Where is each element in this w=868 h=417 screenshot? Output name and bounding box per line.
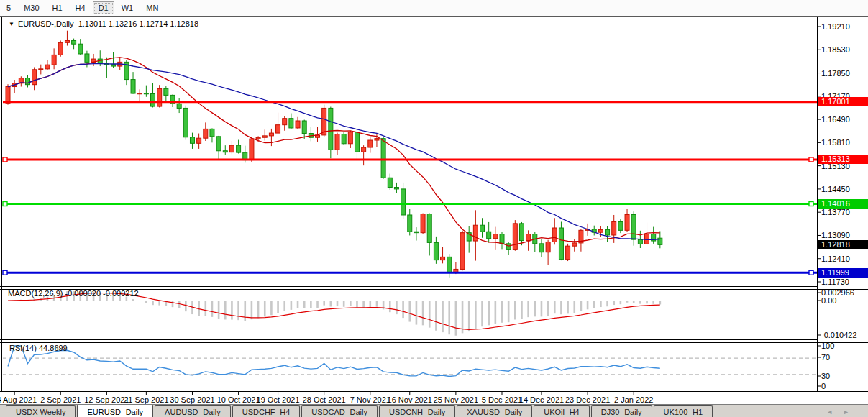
candle[interactable]	[447, 257, 452, 272]
candle[interactable]	[645, 234, 649, 244]
candle[interactable]	[552, 228, 557, 242]
candle[interactable]	[256, 137, 260, 139]
candle[interactable]	[72, 40, 76, 44]
candle[interactable]	[388, 178, 392, 187]
candle[interactable]	[342, 134, 346, 143]
tab-eurusd-daily[interactable]: EURUSD- Daily	[77, 405, 153, 417]
candle[interactable]	[618, 221, 623, 230]
candle[interactable]	[151, 93, 155, 106]
candle[interactable]	[526, 234, 531, 241]
candle[interactable]	[204, 129, 208, 138]
line-handle[interactable]	[809, 157, 813, 162]
candle[interactable]	[250, 139, 254, 160]
macd-histogram-bar	[593, 301, 595, 308]
candle[interactable]	[39, 69, 43, 70]
candle[interactable]	[216, 137, 221, 151]
candle[interactable]	[289, 119, 293, 128]
candle[interactable]	[427, 214, 431, 243]
candle[interactable]	[513, 224, 517, 250]
tab-uk100-h1[interactable]: UK100- H1	[654, 405, 713, 417]
candle[interactable]	[506, 244, 511, 250]
tab-usdchf-h4[interactable]: USDCHF- H4	[232, 405, 301, 417]
tab-scroll-right-icon[interactable]: ►	[843, 408, 859, 416]
candle[interactable]	[638, 239, 642, 244]
candle[interactable]	[190, 137, 194, 144]
candle[interactable]	[559, 228, 563, 260]
candle[interactable]	[631, 215, 636, 240]
tab-xauusd-daily[interactable]: XAUUSD- Daily	[457, 405, 532, 417]
candle[interactable]	[164, 88, 168, 95]
candle[interactable]	[625, 215, 629, 231]
candle[interactable]	[131, 80, 135, 93]
candle[interactable]	[401, 189, 406, 215]
candle[interactable]	[473, 225, 478, 241]
candle[interactable]	[177, 104, 181, 108]
candle[interactable]	[329, 108, 333, 150]
candle[interactable]	[58, 42, 63, 55]
candle[interactable]	[612, 221, 616, 235]
candle[interactable]	[111, 65, 116, 66]
candle[interactable]	[296, 121, 300, 128]
tab-usdx-weekly[interactable]: USDX Weekly	[6, 405, 76, 417]
tab-audusd-daily[interactable]: AUDUSD- Daily	[155, 405, 231, 417]
candle[interactable]	[210, 129, 214, 136]
candle[interactable]	[85, 54, 89, 62]
candle[interactable]	[408, 215, 412, 232]
candle[interactable]	[157, 88, 162, 106]
candle[interactable]	[144, 93, 148, 94]
candle[interactable]	[598, 229, 603, 232]
candle[interactable]	[381, 139, 385, 178]
candle[interactable]	[335, 134, 339, 150]
line-handle[interactable]	[3, 157, 7, 162]
candle[interactable]	[394, 188, 398, 189]
candle[interactable]	[362, 147, 366, 152]
candle[interactable]	[519, 224, 524, 241]
candle[interactable]	[606, 229, 610, 235]
candle[interactable]	[441, 257, 445, 260]
candle[interactable]	[566, 246, 570, 260]
tab-usdcnh-daily[interactable]: USDCNH- Daily	[379, 405, 455, 417]
candle[interactable]	[262, 136, 267, 137]
candle[interactable]	[434, 242, 438, 260]
candle[interactable]	[480, 225, 485, 232]
candle[interactable]	[460, 233, 465, 270]
candle[interactable]	[237, 145, 241, 152]
candle[interactable]	[183, 108, 188, 137]
candle[interactable]	[6, 87, 10, 104]
tab-scroll-left-icon[interactable]: ◄	[826, 408, 843, 416]
candle[interactable]	[348, 132, 352, 144]
candle[interactable]	[52, 55, 56, 65]
candle[interactable]	[269, 133, 273, 136]
tab-dj30-daily[interactable]: DJ30- Daily	[591, 405, 652, 417]
candle[interactable]	[276, 125, 280, 133]
candle[interactable]	[302, 121, 306, 134]
tab-ukoil-h4[interactable]: UKOil- H4	[534, 405, 590, 417]
candle[interactable]	[137, 93, 142, 94]
candle[interactable]	[414, 232, 419, 232]
candle[interactable]	[283, 119, 287, 125]
line-handle[interactable]	[809, 202, 813, 206]
chart-area[interactable]: ▼EURUSD-,Daily 1.13011 1.13216 1.12714 1…	[0, 0, 868, 405]
chart-dropdown-icon[interactable]: ▼	[9, 21, 14, 27]
candle[interactable]	[493, 234, 498, 239]
line-handle[interactable]	[3, 270, 7, 275]
candle[interactable]	[355, 132, 359, 152]
candle[interactable]	[572, 243, 577, 246]
candle[interactable]	[421, 214, 425, 233]
candle[interactable]	[223, 151, 227, 152]
candle[interactable]	[546, 242, 550, 252]
candle[interactable]	[78, 44, 83, 54]
candle[interactable]	[229, 145, 234, 152]
tab-usdcad-daily[interactable]: USDCAD- Daily	[301, 405, 378, 417]
candle[interactable]	[487, 232, 491, 238]
candle[interactable]	[65, 40, 69, 42]
candle[interactable]	[500, 234, 504, 244]
candle[interactable]	[539, 244, 544, 252]
candle[interactable]	[375, 139, 379, 140]
line-handle[interactable]	[3, 202, 7, 206]
candle[interactable]	[32, 70, 37, 85]
candle[interactable]	[368, 140, 373, 147]
line-handle[interactable]	[809, 270, 813, 275]
candle[interactable]	[45, 65, 50, 69]
candle[interactable]	[197, 138, 201, 143]
